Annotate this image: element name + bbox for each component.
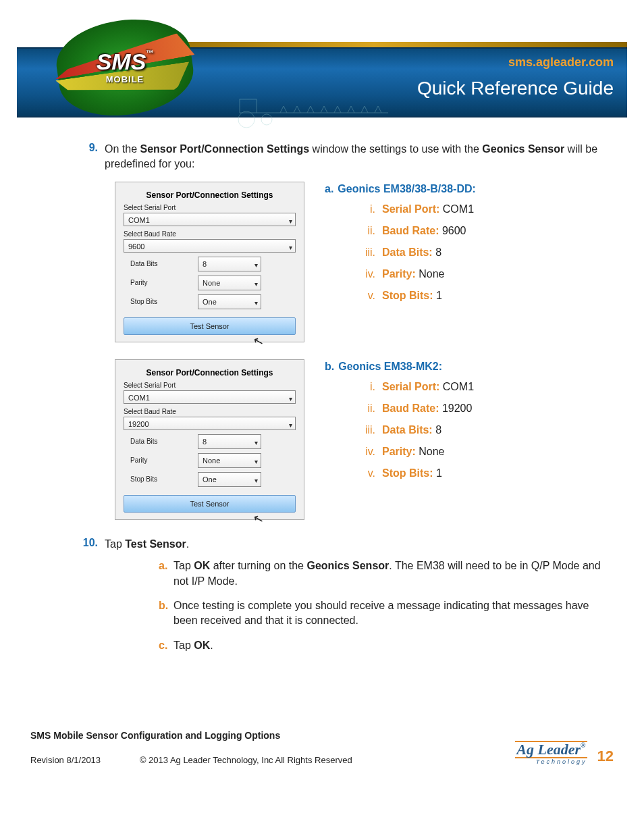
substep: a.Tap OK after turning on the Geonics Se… xyxy=(159,558,603,589)
spec-label: Serial Port: xyxy=(382,381,439,392)
substep: b.Once testing is complete you should re… xyxy=(159,598,603,629)
baud-rate-label: Select Baud Rate xyxy=(124,408,296,415)
page-number: 12 xyxy=(597,748,614,765)
spec-item: ii.Baud Rate: 9600 xyxy=(355,225,476,237)
spec-item: iii.Data Bits: 8 xyxy=(355,246,476,259)
spec-label: Serial Port: xyxy=(382,203,439,215)
spec-value: COM1 xyxy=(439,203,474,215)
spec-item: iv.Parity: None xyxy=(355,446,474,458)
roman-numeral: iii. xyxy=(355,424,375,436)
test-sensor-button[interactable]: Test Sensor xyxy=(124,495,296,513)
serial-port-combo[interactable]: COM1 xyxy=(124,390,296,404)
substep-text: Tap OK after turning on the Geonics Sens… xyxy=(173,558,603,589)
spec-item: i.Serial Port: COM1 xyxy=(355,203,476,215)
svg-point-0 xyxy=(238,111,254,128)
stop-bits-label: Stop Bits xyxy=(130,475,198,483)
roman-numeral: ii. xyxy=(355,402,375,415)
substep-text: Tap OK. xyxy=(173,638,213,653)
step-text: On the Sensor Port/Connection Settings w… xyxy=(105,142,603,172)
step-text: Tap Test Sensor. a.Tap OK after turning … xyxy=(105,537,603,662)
spec-item: iv.Parity: None xyxy=(355,268,476,280)
spec-value: 1 xyxy=(433,467,442,479)
substep: c.Tap OK. xyxy=(159,638,603,653)
serial-port-label: Select Serial Port xyxy=(124,382,296,389)
footer-doc-title: SMS Mobile Sensor Configuration and Logg… xyxy=(30,730,614,741)
substep-letter: b. xyxy=(159,598,173,629)
agleader-logo: Ag Leader® Technology xyxy=(515,741,587,765)
spec-label: Baud Rate: xyxy=(382,225,439,236)
roman-numeral: v. xyxy=(355,290,375,302)
svg-rect-2 xyxy=(240,99,257,113)
spec-value: 9600 xyxy=(439,225,466,236)
page-footer: SMS Mobile Sensor Configuration and Logg… xyxy=(30,730,614,765)
sms-mobile-logo: SMS™ MOBILE xyxy=(57,20,192,115)
spec-value: None xyxy=(416,268,445,280)
spec-label: Stop Bits: xyxy=(382,467,433,479)
spec-label: Data Bits: xyxy=(382,424,433,436)
spec-value: 1 xyxy=(433,290,442,301)
page-content: 9. On the Sensor Port/Connection Setting… xyxy=(51,142,603,662)
test-sensor-button[interactable]: Test Sensor xyxy=(124,317,296,335)
spec-label: Baud Rate: xyxy=(382,402,439,414)
roman-numeral: i. xyxy=(355,381,375,393)
header-banner: SMS™ MOBILE sms.agleader.com Quick Refer… xyxy=(17,14,627,122)
cursor-icon: ↖ xyxy=(251,510,265,527)
spec-item: v.Stop Bits: 1 xyxy=(355,290,476,302)
parity-combo[interactable]: None xyxy=(198,276,261,290)
baud-rate-label: Select Baud Rate xyxy=(124,230,296,238)
spec-value: 8 xyxy=(433,246,441,258)
stop-bits-combo[interactable]: One xyxy=(198,472,261,487)
data-bits-combo[interactable]: 8 xyxy=(198,434,261,449)
settings-dialog-b: Sensor Port/Connection Settings Select S… xyxy=(115,359,304,520)
spec-label: Parity: xyxy=(382,268,416,280)
spec-label: Parity: xyxy=(382,446,416,457)
baud-rate-combo[interactable]: 9600 xyxy=(124,239,296,253)
dialog-title: Sensor Port/Connection Settings xyxy=(124,190,296,200)
parity-combo[interactable]: None xyxy=(198,453,261,468)
step-number: 9. xyxy=(78,142,98,172)
step-number: 10. xyxy=(78,537,98,662)
dialog-title: Sensor Port/Connection Settings xyxy=(124,368,296,377)
spec-item: v.Stop Bits: 1 xyxy=(355,467,474,479)
spec-label: Data Bits: xyxy=(382,246,433,258)
data-bits-label: Data Bits xyxy=(130,438,198,445)
banner-gold-stripe xyxy=(121,42,627,47)
roman-numeral: iv. xyxy=(355,446,375,458)
spec-value: 8 xyxy=(433,424,441,436)
spec-value: 19200 xyxy=(439,402,472,414)
stop-bits-combo[interactable]: One xyxy=(198,294,261,309)
roman-numeral: v. xyxy=(355,467,375,479)
substep-text: Once testing is complete you should rece… xyxy=(173,598,603,629)
spec-list-a: a.Geonics EM38/38-B/38-DD: i.Serial Port… xyxy=(325,182,476,342)
tractor-graphic xyxy=(226,89,395,130)
footer-revision: Revision 8/1/2013 xyxy=(30,755,101,765)
roman-numeral: iv. xyxy=(355,268,375,280)
serial-port-label: Select Serial Port xyxy=(124,204,296,211)
settings-dialog-a: Sensor Port/Connection Settings Select S… xyxy=(115,182,304,342)
data-bits-combo[interactable]: 8 xyxy=(198,257,261,271)
cursor-icon: ↖ xyxy=(251,332,265,349)
spec-item: iii.Data Bits: 8 xyxy=(355,424,474,436)
roman-numeral: i. xyxy=(355,203,375,215)
parity-label: Parity xyxy=(130,457,198,464)
spec-list-b: b.Geonics EM38-MK2: i.Serial Port: COM1i… xyxy=(325,359,474,520)
spec-value: None xyxy=(416,446,445,457)
substep-letter: c. xyxy=(159,638,173,653)
substep-letter: a. xyxy=(159,558,173,589)
spec-item: i.Serial Port: COM1 xyxy=(355,381,474,393)
stop-bits-label: Stop Bits xyxy=(130,298,198,305)
svg-point-1 xyxy=(261,114,272,125)
step-10: 10. Tap Test Sensor. a.Tap OK after turn… xyxy=(78,537,603,662)
data-bits-label: Data Bits xyxy=(130,260,198,267)
step-9: 9. On the Sensor Port/Connection Setting… xyxy=(78,142,603,172)
parity-label: Parity xyxy=(130,279,198,286)
banner-url: sms.agleader.com xyxy=(508,55,614,70)
roman-numeral: iii. xyxy=(355,246,375,259)
baud-rate-combo[interactable]: 19200 xyxy=(124,417,296,430)
spec-value: COM1 xyxy=(439,381,474,392)
spec-item: ii.Baud Rate: 19200 xyxy=(355,402,474,415)
banner-title: Quick Reference Guide xyxy=(417,78,614,99)
footer-copyright: © 2013 Ag Leader Technology, Inc All Rig… xyxy=(140,755,352,765)
serial-port-combo[interactable]: COM1 xyxy=(124,213,296,226)
roman-numeral: ii. xyxy=(355,225,375,237)
